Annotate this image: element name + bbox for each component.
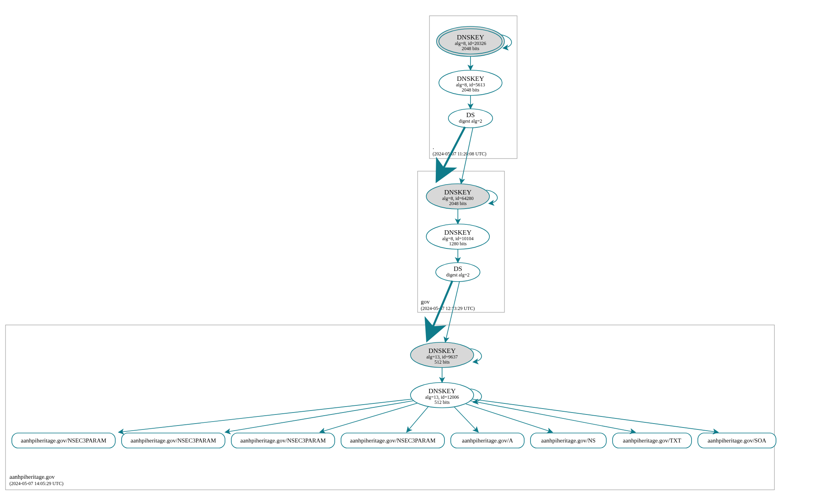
- gov-zsk-title: DNSKEY: [444, 229, 472, 236]
- root-ksk-sub1: alg=8, id=20326: [455, 41, 486, 46]
- svg-rect-9: [6, 325, 774, 490]
- svg-text:aanhpiheritage.gov/TXT: aanhpiheritage.gov/TXT: [623, 437, 681, 444]
- gov-ds-sub1: digest alg=2: [446, 272, 469, 278]
- zone-root-name: .: [433, 144, 434, 150]
- record-nsec3param-3: aanhpiheritage.gov/NSEC3PARAM: [231, 433, 335, 448]
- record-txt: aanhpiheritage.gov/TXT: [613, 433, 692, 448]
- svg-text:aanhpiheritage.gov/A: aanhpiheritage.gov/A: [462, 437, 513, 444]
- dom-zsk-sub2: 512 bits: [435, 399, 450, 405]
- svg-text:aanhpiheritage.gov/NSEC3PARAM: aanhpiheritage.gov/NSEC3PARAM: [131, 437, 216, 444]
- node-gov-ksk: DNSKEY alg=8, id=64280 2048 bits: [426, 184, 489, 209]
- svg-text:aanhpiheritage.gov/NSEC3PARAM: aanhpiheritage.gov/NSEC3PARAM: [350, 437, 436, 444]
- root-ksk-sub2: 2048 bits: [462, 46, 480, 51]
- gov-ksk-sub1: alg=8, id=64280: [442, 196, 474, 201]
- dom-zsk-sub1: alg=13, id=12006: [425, 394, 459, 400]
- zone-gov-name: gov: [421, 299, 430, 305]
- record-a: aanhpiheritage.gov/A: [451, 433, 524, 448]
- record-nsec3param-2: aanhpiheritage.gov/NSEC3PARAM: [122, 433, 225, 448]
- record-nsec3param-4: aanhpiheritage.gov/NSEC3PARAM: [341, 433, 444, 448]
- record-soa: aanhpiheritage.gov/SOA: [698, 433, 776, 448]
- svg-text:aanhpiheritage.gov/SOA: aanhpiheritage.gov/SOA: [708, 437, 767, 444]
- gov-ds-title: DS: [454, 265, 462, 273]
- root-zsk-title: DNSKEY: [457, 75, 484, 82]
- node-dom-zsk: DNSKEY alg=13, id=12006 512 bits: [410, 383, 474, 408]
- dnssec-chain-diagram: . (2024-05-07 11:20:08 UTC) DNSKEY alg=8…: [0, 0, 821, 504]
- zone-root: . (2024-05-07 11:20:08 UTC) DNSKEY alg=8…: [429, 16, 517, 159]
- root-ksk-title: DNSKEY: [457, 34, 484, 41]
- zone-domain: aanhpiheritage.gov (2024-05-07 14:05:29 …: [6, 325, 774, 490]
- gov-ksk-title: DNSKEY: [444, 189, 472, 196]
- svg-text:aanhpiheritage.gov/NSEC3PARAM: aanhpiheritage.gov/NSEC3PARAM: [240, 437, 326, 444]
- root-zsk-sub1: alg=8, id=5613: [456, 82, 485, 88]
- zone-domain-name: aanhpiheritage.gov: [9, 474, 55, 480]
- records-row: aanhpiheritage.gov/NSEC3PARAM aanhpiheri…: [12, 433, 776, 448]
- dom-ksk-title: DNSKEY: [429, 347, 456, 355]
- root-ds-title: DS: [466, 111, 475, 119]
- dom-zsk-title: DNSKEY: [429, 387, 456, 395]
- svg-text:aanhpiheritage.gov/NS: aanhpiheritage.gov/NS: [541, 437, 596, 444]
- node-root-zsk: DNSKEY alg=8, id=5613 2048 bits: [439, 70, 502, 95]
- zone-gov-timestamp: (2024-05-07 12:13:29 UTC): [421, 306, 475, 311]
- record-nsec3param-1: aanhpiheritage.gov/NSEC3PARAM: [12, 433, 115, 448]
- root-zsk-sub2: 2048 bits: [462, 87, 480, 93]
- gov-zsk-sub1: alg=8, id=10104: [442, 236, 474, 241]
- dom-ksk-sub2: 512 bits: [435, 359, 450, 365]
- gov-zsk-sub2: 1280 bits: [449, 241, 467, 246]
- root-ds-sub1: digest alg=2: [459, 118, 482, 124]
- node-gov-zsk: DNSKEY alg=8, id=10104 1280 bits: [426, 224, 489, 249]
- node-dom-ksk: DNSKEY alg=13, id=9637 512 bits: [410, 342, 474, 368]
- zone-gov: gov (2024-05-07 12:13:29 UTC) DNSKEY alg…: [418, 171, 504, 312]
- record-ns: aanhpiheritage.gov/NS: [530, 433, 606, 448]
- zone-root-timestamp: (2024-05-07 11:20:08 UTC): [433, 151, 486, 157]
- svg-text:aanhpiheritage.gov/NSEC3PARAM: aanhpiheritage.gov/NSEC3PARAM: [21, 437, 107, 444]
- zone-domain-timestamp: (2024-05-07 14:05:29 UTC): [9, 481, 64, 486]
- dom-ksk-sub1: alg=13, id=9637: [426, 354, 458, 360]
- node-root-ds: DS digest alg=2: [448, 109, 493, 128]
- node-root-ksk: DNSKEY alg=8, id=20326 2048 bits: [437, 26, 504, 56]
- node-gov-ds: DS digest alg=2: [436, 263, 480, 282]
- gov-ksk-sub2: 2048 bits: [449, 201, 467, 206]
